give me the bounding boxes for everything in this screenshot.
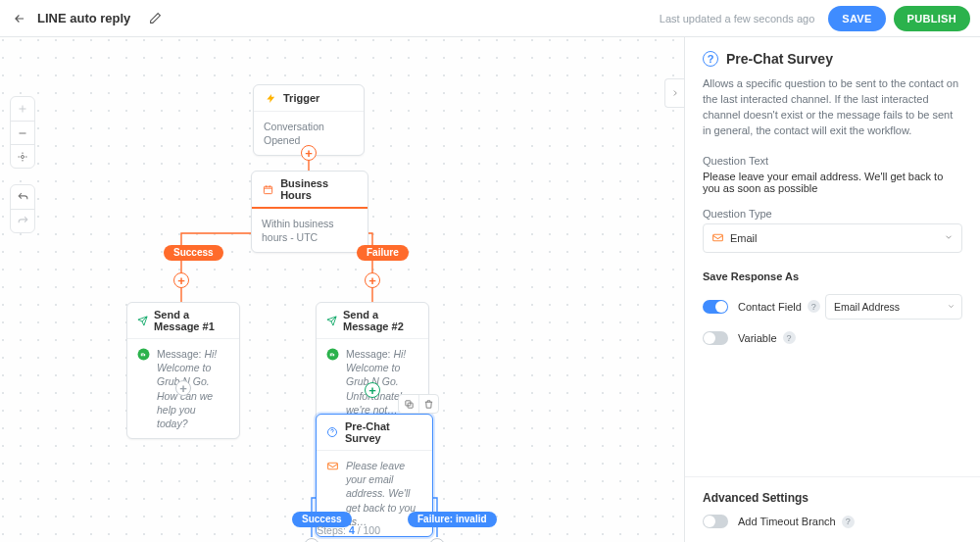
line-channel-icon [137, 348, 151, 362]
chevron-down-icon [944, 232, 954, 244]
send-icon [326, 314, 337, 327]
variable-label: Variable [738, 332, 777, 344]
contact-field-toggle[interactable] [703, 300, 728, 314]
add-node-button[interactable]: + [365, 382, 380, 398]
add-node-button[interactable]: + [175, 380, 191, 396]
mail-icon [711, 231, 724, 244]
last-updated: Last updated a few seconds ago [660, 13, 814, 25]
branch-pill-failure: Failure [357, 245, 409, 261]
delete-node-button[interactable] [418, 395, 438, 413]
node-title: Business Hours [280, 177, 358, 201]
help-icon[interactable]: ? [783, 331, 796, 344]
publish-button[interactable]: PUBLISH [894, 6, 970, 31]
node-title: Send a Message #2 [343, 309, 418, 332]
add-node-button[interactable]: + [301, 145, 317, 161]
send-icon [137, 314, 148, 327]
node-mini-toolbar [398, 394, 439, 414]
node-title: Trigger [283, 92, 319, 104]
node-body: Within business hours - UTC [262, 217, 358, 244]
branch-pill-success: Success [164, 245, 223, 261]
svg-point-0 [22, 155, 24, 158]
question-text-label: Question Text [703, 155, 962, 167]
zoom-in-button[interactable] [11, 97, 34, 121]
add-node-button[interactable]: + [429, 538, 445, 542]
panel-description: Allows a specific question to be sent to… [703, 76, 962, 139]
contact-field-select[interactable]: Email Address [825, 294, 962, 320]
variable-row: Variable ? [703, 331, 962, 345]
help-icon[interactable]: ? [808, 300, 820, 313]
question-type-select[interactable]: Email [703, 223, 962, 253]
workflow-title: LINE auto reply [37, 11, 130, 25]
question-type-label: Question Type [703, 208, 962, 220]
svg-rect-8 [713, 235, 723, 242]
zoom-controls [10, 96, 35, 169]
advanced-settings-title: Advanced Settings [703, 491, 962, 505]
chevron-down-icon [947, 301, 956, 313]
question-text-value[interactable]: Please leave your email address. We'll g… [703, 171, 962, 194]
redo-button[interactable] [11, 209, 34, 232]
zoom-out-button[interactable] [11, 121, 34, 144]
send-message-1-node[interactable]: Send a Message #1 Message: Hi! Welcome t… [126, 302, 240, 439]
add-node-button[interactable]: + [304, 538, 319, 542]
save-button[interactable]: SAVE [828, 6, 885, 31]
timeout-row: Add Timeout Branch ? [703, 515, 962, 528]
help-icon[interactable]: ? [842, 516, 855, 528]
svg-rect-1 [264, 186, 271, 193]
save-response-as-label: Save Response As [703, 271, 962, 282]
edit-title-button[interactable] [144, 8, 166, 29]
contact-field-row: Contact Field ? Email Address [703, 294, 962, 320]
topbar: LINE auto reply Last updated a few secon… [0, 0, 980, 37]
mail-icon [326, 460, 340, 473]
inspector-panel: ? Pre-Chat Survey Allows a specific ques… [684, 37, 980, 542]
line-channel-icon [326, 348, 340, 362]
question-icon: ? [703, 51, 718, 67]
zoom-fit-button[interactable] [11, 144, 34, 168]
timeout-toggle[interactable] [703, 515, 728, 528]
step-counter: Steps: 4 / 100 [317, 524, 380, 536]
question-icon [326, 425, 339, 439]
node-title: Send a Message #1 [154, 309, 229, 332]
node-body: Message: Hi! Welcome to Grub N Go. How c… [157, 347, 229, 430]
advanced-settings-section: Advanced Settings Add Timeout Branch ? [685, 476, 980, 542]
branch-pill-failure-invalid: Failure: invalid [408, 512, 497, 527]
calendar-icon [262, 182, 274, 196]
node-title: Pre-Chat Survey [345, 420, 422, 444]
workflow-canvas[interactable]: Trigger Conversation Opened + Business H… [0, 37, 684, 542]
timeout-label: Add Timeout Branch [738, 516, 836, 527]
history-controls [10, 184, 35, 233]
contact-field-label: Contact Field [738, 301, 802, 313]
node-body: Conversation Opened [264, 120, 354, 147]
svg-rect-7 [328, 463, 338, 469]
collapse-panel-button[interactable] [664, 78, 684, 108]
copy-node-button[interactable] [399, 395, 418, 413]
panel-title: ? Pre-Chat Survey [703, 51, 962, 67]
back-button[interactable] [10, 9, 29, 28]
bolt-icon [264, 91, 277, 105]
business-hours-node[interactable]: Business Hours Within business hours - U… [251, 171, 368, 253]
variable-toggle[interactable] [703, 331, 728, 345]
add-node-button[interactable]: + [173, 272, 189, 288]
add-node-button[interactable]: + [365, 272, 380, 288]
undo-button[interactable] [11, 185, 34, 209]
